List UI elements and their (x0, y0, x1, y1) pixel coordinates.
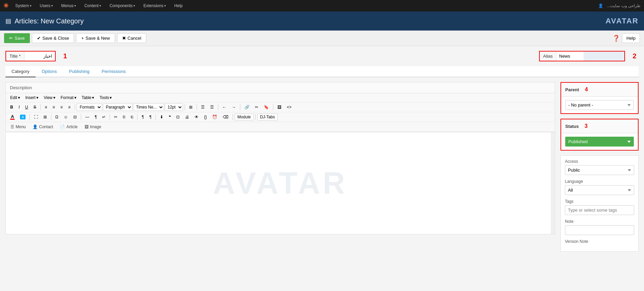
hr-button[interactable]: — (83, 114, 92, 120)
grid-button[interactable]: ⊡ (174, 114, 182, 120)
datetime-button[interactable]: ⏰ (210, 114, 220, 120)
format-menu[interactable]: Format ▾ (58, 94, 79, 101)
alias-extra-input[interactable] (584, 52, 624, 61)
underline-button[interactable]: U (23, 104, 31, 111)
article-icon: 📄 (60, 124, 65, 129)
para-btn1[interactable]: ¶ (139, 114, 146, 120)
paste-button[interactable]: ⎗ (128, 114, 135, 120)
description-label: Description (6, 82, 555, 93)
image-button[interactable]: 🖼 (275, 104, 284, 111)
upload-button[interactable]: ⬇ (158, 114, 166, 120)
source-button[interactable]: <> (284, 104, 294, 111)
font-select[interactable]: Times Ne... (133, 103, 164, 111)
align-center-button[interactable]: ≡ (50, 104, 57, 111)
blockquote-button[interactable]: ❝ (166, 114, 173, 120)
font-color-button[interactable]: A (8, 113, 17, 121)
access-select[interactable]: Public Registered Special (565, 165, 634, 175)
site-link[interactable]: طراحی وب سایت... (607, 3, 641, 8)
note-label: Note (565, 219, 634, 224)
sep11 (110, 114, 110, 120)
sep14 (233, 114, 233, 120)
nonbreaking-button[interactable]: ↵ (100, 114, 108, 120)
para-btn2[interactable]: ¶ (147, 114, 154, 120)
cancel-button[interactable]: ✖ Cancel (117, 33, 146, 43)
unlink-button[interactable]: ✂ (253, 104, 261, 111)
ordered-list-button[interactable]: ☰ (208, 104, 216, 111)
strikethrough-button[interactable]: S (31, 104, 39, 111)
save-button[interactable]: ✏ Save (4, 33, 30, 43)
note-input[interactable] (565, 225, 634, 235)
preview-button[interactable]: 👁 (192, 114, 201, 120)
editor-menu-button[interactable]: ☰ Menu (8, 123, 28, 130)
status-select[interactable]: Published Unpublished Archived Trashed (565, 137, 634, 147)
menu-extensions[interactable]: Extensions ▾ (140, 2, 169, 10)
language-select[interactable]: All (565, 185, 634, 195)
editor-contact-button[interactable]: 👤 Contact (31, 123, 55, 130)
parent-select[interactable]: - No parent - (565, 100, 634, 110)
help-button[interactable]: Help (622, 33, 640, 43)
menu-icon: ☰ (11, 124, 14, 129)
media-button[interactable]: ⊟ (71, 114, 79, 120)
editor-scrollbar[interactable] (551, 132, 555, 234)
align-left-button[interactable]: ≡ (42, 104, 50, 111)
menu-system[interactable]: System ▾ (12, 2, 35, 10)
menu-users[interactable]: Users ▾ (36, 2, 56, 10)
menu-content[interactable]: Content ▾ (81, 2, 105, 10)
alias-input[interactable] (556, 52, 584, 61)
fontsize-select[interactable]: 12pt (165, 103, 183, 111)
menu-components[interactable]: Components ▾ (106, 2, 139, 10)
table-menu[interactable]: Table ▾ (79, 94, 97, 101)
module-button[interactable]: Module (235, 114, 253, 120)
print-button[interactable]: 🖨 (183, 114, 191, 120)
special-char-button[interactable]: Ω (53, 114, 61, 120)
tab-category[interactable]: Category (5, 66, 36, 77)
bold-button[interactable]: B (8, 104, 16, 111)
editor-image-button[interactable]: 🖼 Image (82, 123, 103, 130)
other-fields-section: Access Public Registered Special Languag… (560, 155, 639, 252)
menu-menus[interactable]: Menus ▾ (58, 2, 79, 10)
topbar-user-icon[interactable]: 👤 (598, 3, 603, 8)
indent-out-button[interactable]: ← (220, 104, 229, 111)
indent-in-button[interactable]: → (229, 104, 238, 111)
bookmark-button[interactable]: 🔖 (261, 104, 271, 111)
table-insert-button[interactable]: ⊞ (187, 104, 195, 111)
formats-select[interactable]: Formats (77, 103, 102, 111)
bg-color-button[interactable]: A (18, 114, 27, 120)
link-button[interactable]: 🔗 (242, 104, 252, 111)
paragraph-select[interactable]: Paragraph (103, 103, 132, 111)
editor-content[interactable]: AVATAR (6, 132, 555, 234)
title-input[interactable]: اخبار (24, 52, 55, 61)
page-title: Articles: New Category (15, 17, 84, 25)
help-question-icon[interactable]: ❓ (612, 35, 620, 42)
sep13 (155, 114, 156, 120)
djtabs-button[interactable]: DJ-Tabs (257, 114, 278, 120)
paragraph-mark[interactable]: ¶ (92, 114, 99, 120)
align-right-button[interactable]: ≡ (58, 104, 65, 111)
emoticon-button[interactable]: ☺ (61, 114, 70, 120)
parent-header: Parent 4 (561, 83, 638, 97)
title-badge: 1 (61, 52, 69, 60)
insert-menu[interactable]: Insert ▾ (23, 94, 41, 101)
tab-options[interactable]: Options (36, 66, 63, 77)
code-button[interactable]: {} (202, 114, 209, 120)
editor-article-button[interactable]: 📄 Article (58, 123, 79, 130)
tags-input[interactable] (565, 205, 634, 215)
sep10 (81, 114, 81, 120)
save-close-button[interactable]: ✔ Save & Close (32, 33, 74, 43)
status-header: Status 3 (561, 119, 638, 133)
align-justify-button[interactable]: ≡ (66, 104, 73, 111)
unordered-list-button[interactable]: ☰ (199, 104, 207, 111)
tab-permissions[interactable]: Permissions (96, 66, 132, 77)
copy-button[interactable]: ⎘ (121, 114, 128, 120)
save-new-button[interactable]: + Save & New (76, 33, 115, 43)
edit-menu[interactable]: Edit ▾ (8, 94, 22, 101)
tab-publishing[interactable]: Publishing (63, 66, 96, 77)
fullscreen-button[interactable]: ⛶ (32, 114, 40, 120)
view-menu[interactable]: View ▾ (41, 94, 58, 101)
italic-button[interactable]: I (16, 104, 22, 111)
menu-help[interactable]: Help (171, 2, 186, 10)
table-button2[interactable]: ⊞ (41, 114, 49, 120)
delete-button[interactable]: ⌫ (220, 114, 231, 120)
tools-menu[interactable]: Tools ▾ (97, 94, 114, 101)
cut-button[interactable]: ✂ (112, 114, 120, 120)
